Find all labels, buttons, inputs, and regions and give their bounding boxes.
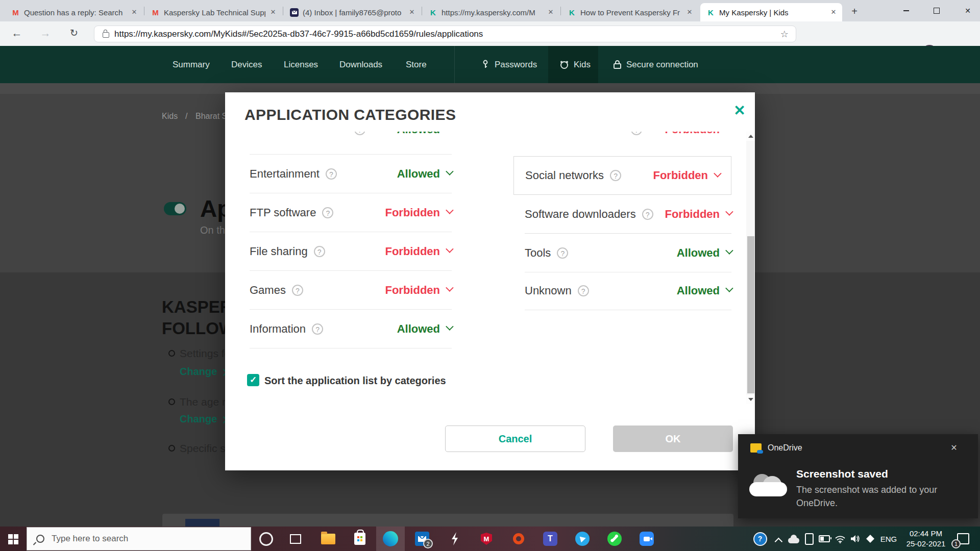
nav-passwords[interactable]: Passwords bbox=[481, 46, 537, 83]
category-value-dropdown[interactable]: Forbidden bbox=[385, 284, 452, 297]
kaspersky-navbar: Summary Devices Licenses Downloads Store… bbox=[0, 46, 980, 83]
dropbox-tray-icon[interactable] bbox=[863, 531, 878, 546]
help-icon[interactable] bbox=[326, 168, 337, 180]
help-tray-icon[interactable]: ? bbox=[752, 531, 768, 546]
mail-icon[interactable]: 2 bbox=[414, 531, 430, 546]
window-close-button[interactable] bbox=[955, 0, 980, 21]
category-value-dropdown[interactable]: Forbidden bbox=[653, 169, 720, 182]
tab-separator bbox=[144, 7, 144, 15]
category-value-dropdown[interactable]: Allowed bbox=[397, 167, 452, 181]
nav-secure-connection[interactable]: Secure connection bbox=[613, 46, 698, 83]
back-icon[interactable]: ← bbox=[8, 24, 26, 42]
help-icon[interactable] bbox=[610, 170, 621, 181]
category-label: Games bbox=[250, 284, 286, 297]
nav-downloads[interactable]: Downloads bbox=[339, 46, 382, 83]
close-icon[interactable] bbox=[268, 8, 278, 17]
battery-icon[interactable] bbox=[817, 531, 832, 546]
breadcrumb[interactable]: Kids bbox=[162, 112, 178, 121]
teams-icon[interactable]: T bbox=[543, 531, 558, 546]
toast-close-icon[interactable] bbox=[946, 440, 962, 456]
help-icon[interactable] bbox=[314, 246, 325, 257]
taskbar-clock[interactable]: 02:44 PM 25-02-2021 bbox=[902, 529, 949, 549]
category-label: Software downloaders bbox=[525, 208, 636, 221]
ok-button[interactable]: OK bbox=[613, 425, 733, 452]
modal-scrollbar[interactable] bbox=[746, 132, 755, 404]
window-restore-button[interactable] bbox=[925, 0, 948, 21]
lock-icon[interactable] bbox=[103, 32, 109, 38]
help-icon[interactable] bbox=[292, 285, 303, 296]
search-input[interactable] bbox=[51, 533, 226, 544]
window-minimize-button[interactable] bbox=[894, 0, 918, 21]
scroll-up-icon[interactable] bbox=[746, 132, 755, 141]
telegram-icon[interactable] bbox=[575, 531, 590, 546]
help-icon[interactable] bbox=[578, 285, 589, 296]
close-icon[interactable] bbox=[130, 8, 139, 17]
category-value-dropdown[interactable]: Forbidden bbox=[385, 206, 452, 219]
volume-icon[interactable] bbox=[847, 531, 863, 546]
phone-tray-icon[interactable] bbox=[801, 531, 817, 546]
application-control-toggle[interactable] bbox=[164, 202, 186, 215]
category-row-social-networks-highlighted[interactable]: Social networks Forbidden bbox=[513, 156, 731, 195]
category-value-dropdown[interactable]: Forbidden bbox=[665, 208, 731, 221]
zoom-icon[interactable] bbox=[639, 531, 654, 546]
whatsapp-icon[interactable] bbox=[607, 531, 622, 546]
mcafee-icon[interactable]: M bbox=[479, 531, 494, 546]
nav-summary[interactable]: Summary bbox=[173, 46, 210, 83]
close-icon[interactable] bbox=[407, 8, 416, 17]
cancel-button[interactable]: Cancel bbox=[445, 425, 585, 452]
help-icon[interactable] bbox=[322, 207, 333, 218]
address-bar[interactable]: https://my.kaspersky.com/MyKids#/5ec2025… bbox=[94, 26, 796, 42]
microsoft-store-icon[interactable] bbox=[352, 531, 368, 546]
change-link-1[interactable]: Change bbox=[180, 366, 226, 378]
help-icon[interactable] bbox=[557, 247, 568, 259]
wifi-icon[interactable] bbox=[832, 531, 848, 546]
add-favorite-star-icon[interactable] bbox=[780, 29, 789, 40]
onedrive-tray-icon[interactable] bbox=[786, 533, 801, 548]
sort-checkbox[interactable] bbox=[247, 374, 259, 386]
start-button[interactable] bbox=[8, 534, 18, 544]
category-value-dropdown[interactable]: Allowed bbox=[677, 284, 731, 297]
forward-icon[interactable]: → bbox=[37, 24, 54, 42]
scrollbar-thumb[interactable] bbox=[747, 236, 754, 393]
action-center-icon[interactable]: 1 bbox=[955, 531, 971, 546]
help-icon[interactable] bbox=[642, 209, 653, 220]
category-value-dropdown[interactable]: Allowed bbox=[397, 132, 452, 136]
nav-licenses[interactable]: Licenses bbox=[284, 46, 318, 83]
category-value-dropdown[interactable]: Allowed bbox=[677, 246, 731, 260]
scroll-down-icon[interactable] bbox=[746, 395, 755, 404]
tab-kaspersky-url[interactable]: K https://my.kaspersky.com/M bbox=[423, 3, 559, 21]
language-indicator[interactable]: ENG bbox=[879, 531, 898, 546]
file-explorer-icon[interactable] bbox=[321, 531, 336, 546]
task-view-icon[interactable] bbox=[288, 531, 303, 546]
lightning-app-icon[interactable] bbox=[447, 531, 462, 546]
category-value-dropdown[interactable]: Forbidden bbox=[665, 132, 731, 136]
close-icon[interactable] bbox=[546, 8, 555, 17]
category-row-information: Information Allowed bbox=[250, 310, 452, 348]
close-icon[interactable] bbox=[685, 8, 694, 17]
tab-my-kaspersky-kids-active[interactable]: K My Kaspersky | Kids bbox=[700, 3, 842, 21]
tab-protonmail[interactable]: (4) Inbox | family8765@proto bbox=[284, 3, 421, 21]
category-value-dropdown[interactable]: Allowed bbox=[397, 322, 452, 336]
nav-devices[interactable]: Devices bbox=[231, 46, 262, 83]
edge-icon[interactable] bbox=[383, 531, 398, 546]
refresh-icon[interactable]: ↻ bbox=[65, 24, 83, 42]
close-icon[interactable] bbox=[829, 8, 838, 17]
cortana-icon[interactable] bbox=[258, 531, 274, 546]
new-tab-button[interactable] bbox=[848, 5, 861, 17]
url-text[interactable]: https://my.kaspersky.com/MyKids#/5ec2025… bbox=[114, 29, 773, 39]
help-icon[interactable] bbox=[312, 323, 323, 335]
nav-kids[interactable]: Kids bbox=[559, 46, 591, 83]
breadcrumb-kids[interactable]: Kids bbox=[162, 112, 178, 120]
tab-how-to-prevent[interactable]: K How to Prevent Kaspersky Fr bbox=[561, 3, 698, 21]
change-link-2[interactable]: Change bbox=[180, 413, 226, 425]
tab-gmail-question[interactable]: M Question has a reply: Search bbox=[5, 3, 143, 21]
help-icon[interactable] bbox=[354, 132, 365, 135]
modal-close-icon[interactable] bbox=[730, 102, 749, 120]
tab-gmail-support[interactable]: M Kaspersky Lab Technical Supp bbox=[145, 3, 282, 21]
category-value-dropdown[interactable]: Forbidden bbox=[385, 245, 452, 258]
nav-store[interactable]: Store bbox=[406, 46, 427, 83]
taskbar-search[interactable] bbox=[27, 527, 251, 550]
help-icon[interactable] bbox=[631, 132, 642, 135]
office-ring-icon[interactable] bbox=[511, 531, 526, 546]
chevron-up-icon[interactable] bbox=[772, 533, 787, 548]
